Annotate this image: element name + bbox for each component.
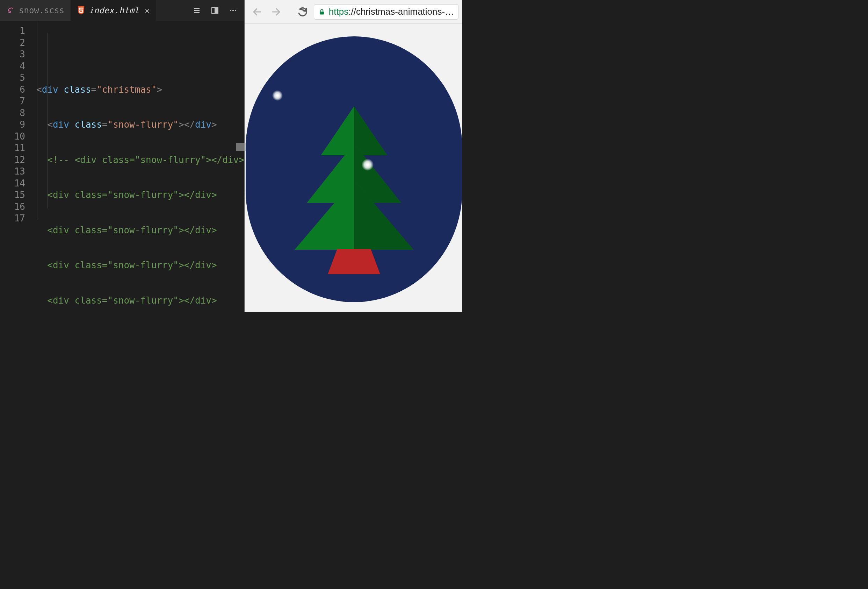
svg-rect-11	[320, 12, 324, 14]
trunk	[328, 249, 380, 274]
editor-body: 1 2 3 4 5 6 7 8 9 10 11 12 13 14 15 16 1…	[0, 21, 244, 312]
line-number: 17	[0, 213, 25, 225]
line-number: 3	[0, 49, 25, 61]
line-number: 2	[0, 37, 25, 49]
sass-icon	[6, 6, 15, 15]
tree	[295, 107, 413, 274]
line-number: 15	[0, 189, 25, 201]
line-number: 4	[0, 61, 25, 73]
url-text: https://christmas-animations-…	[329, 6, 454, 17]
line-number: 5	[0, 72, 25, 84]
tab-label: index.html	[89, 6, 139, 15]
snow-flurry	[272, 90, 283, 101]
svg-point-8	[235, 10, 236, 11]
browser-toolbar: https://christmas-animations-…	[245, 0, 462, 24]
snow-flurry	[362, 159, 373, 171]
close-icon[interactable]: ✕	[145, 6, 149, 15]
html5-icon	[77, 6, 85, 15]
browser-pane: https://christmas-animations-…	[244, 0, 462, 312]
reload-button[interactable]	[295, 4, 310, 19]
line-number: 16	[0, 201, 25, 213]
forward-button[interactable]	[269, 4, 284, 19]
line-number: 6	[0, 84, 25, 96]
line-number: 13	[0, 166, 25, 178]
list-icon[interactable]	[193, 6, 201, 15]
editor-actions	[193, 0, 244, 21]
svg-point-7	[232, 10, 234, 11]
line-number: 12	[0, 154, 25, 166]
split-editor-icon[interactable]	[211, 6, 219, 15]
line-number: 11	[0, 142, 25, 154]
tab-index-html[interactable]: index.html ✕	[71, 0, 156, 21]
browser-viewport	[245, 24, 462, 312]
tab-bar: snow.scss index.html ✕	[0, 0, 244, 21]
svg-rect-5	[215, 8, 218, 13]
line-number: 10	[0, 131, 25, 143]
lock-icon	[318, 8, 325, 16]
tab-label: snow.scss	[19, 6, 64, 15]
line-number: 1	[0, 25, 25, 37]
back-button[interactable]	[249, 4, 265, 19]
line-number: 7	[0, 95, 25, 107]
code-area[interactable]: <div class="christmas"> <div class="snow…	[32, 21, 244, 312]
christmas-scene	[246, 36, 462, 302]
line-number-gutter: 1 2 3 4 5 6 7 8 9 10 11 12 13 14 15 16 1…	[0, 21, 32, 312]
svg-point-6	[230, 10, 231, 11]
tab-snow-scss[interactable]: snow.scss	[0, 0, 71, 21]
address-bar[interactable]: https://christmas-animations-…	[314, 4, 458, 19]
line-number: 9	[0, 119, 25, 131]
line-number: 8	[0, 107, 25, 119]
editor-pane: snow.scss index.html ✕ 1 2 3 4	[0, 0, 244, 312]
more-icon[interactable]	[229, 6, 237, 15]
line-number: 14	[0, 178, 25, 189]
leaves-bottom	[295, 180, 413, 250]
minimap-slider[interactable]	[236, 143, 246, 151]
night-sky-circle	[246, 36, 462, 302]
